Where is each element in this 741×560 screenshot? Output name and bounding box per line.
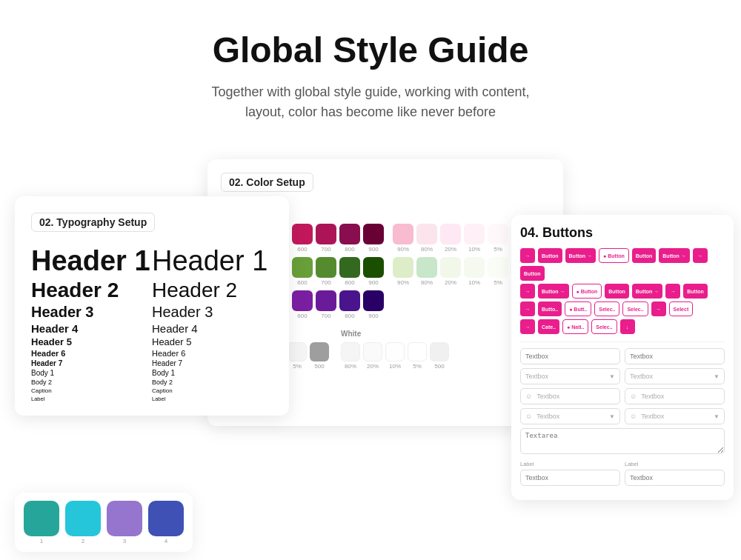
h6-left: Header 6: [31, 349, 152, 358]
swatch: [363, 257, 384, 278]
btn-pink-4[interactable]: Button →: [538, 284, 569, 299]
icon-textbox-2[interactable]: ☺ Textbox: [625, 388, 725, 404]
form-label-1: Label: [520, 461, 620, 467]
btn-select-outline-4[interactable]: Selec..: [591, 319, 617, 334]
icon-textbox-1[interactable]: ☺ Textbox: [520, 388, 620, 404]
select-1[interactable]: Textbox ▼: [520, 368, 620, 384]
swatch: [385, 342, 405, 361]
swatch-col: 90%: [393, 224, 413, 253]
swatch-col: 700: [316, 224, 336, 253]
swatch: [292, 257, 313, 278]
primary-light-swatches: 90% 80% 20% 10% 5%: [393, 224, 508, 253]
btn-pink-2[interactable]: Button: [632, 248, 657, 263]
swatch-col: 5%: [408, 342, 427, 370]
btn-select-outline-1[interactable]: Selec..: [594, 301, 619, 316]
arrow-btn[interactable]: →: [520, 248, 535, 263]
swatch-col: 900: [363, 290, 384, 319]
swatch-col: 10%: [464, 224, 485, 253]
btn-select-outline-2[interactable]: Selec..: [622, 301, 648, 316]
swatch-col: 600: [292, 290, 313, 319]
label-right: Label: [152, 396, 273, 402]
btn-outline-2[interactable]: ● Button: [572, 284, 602, 299]
buttons-card-title: 04. Buttons: [520, 225, 725, 241]
btn-outline-3[interactable]: ● Butt..: [565, 301, 591, 316]
swatch: [488, 257, 508, 278]
swatch: [416, 257, 437, 278]
typo-row-caption: Caption Caption: [31, 387, 273, 394]
btn-row-3: → Butto.. ● Butt.. Selec.. Selec.. → Sel…: [520, 301, 725, 316]
arrow-btn-8[interactable]: ↓: [620, 319, 635, 334]
purple-swatch: [107, 501, 142, 536]
page-header: Global Style Guide Together with global …: [0, 0, 741, 137]
btn-pink-7[interactable]: Button: [683, 284, 708, 299]
typo-row-b1: Body 1 Body 1: [31, 369, 273, 377]
swatch: [339, 257, 360, 278]
label-left: Label: [31, 396, 152, 402]
btn-select-1[interactable]: Butto..: [538, 301, 562, 316]
select-2[interactable]: Textbox ▼: [625, 368, 725, 384]
color-card-label: 02. Color Setup: [221, 173, 313, 192]
btn-pink-3[interactable]: Button: [520, 266, 545, 281]
white-swatches: 80% 20% 10% 5% 500: [341, 342, 449, 370]
arrow-btn-2[interactable]: →: [693, 248, 708, 263]
h4-left: Header 4: [31, 322, 152, 335]
arrow-btn-3[interactable]: →: [520, 284, 535, 299]
swatch-col-blue: 4: [148, 501, 184, 544]
icon-select-2[interactable]: ☺ Textbox ▼: [625, 408, 725, 424]
swatch: [416, 224, 437, 244]
form-section: Textbox ▼ Textbox ▼ ☺ Textbox ☺ Textbox: [520, 341, 725, 486]
page-subtitle: Together with global style guide, workin…: [15, 82, 726, 122]
swatch: [341, 342, 360, 361]
swatch-col: 80%: [416, 224, 437, 253]
swatch-col: 80%: [341, 342, 360, 370]
arrow-btn-6[interactable]: →: [651, 301, 666, 316]
swatch: [430, 342, 449, 361]
arrow-btn-4[interactable]: →: [665, 284, 680, 299]
swatch: [440, 224, 461, 244]
cards-area: 02. Typography Setup Header 1 Header 1 H…: [0, 152, 741, 552]
swatch-col: 20%: [363, 342, 382, 370]
swatch: [363, 224, 384, 244]
swatch: [488, 224, 508, 244]
swatch: [310, 342, 329, 361]
b1-left: Body 1: [31, 369, 152, 377]
btn-arrow-1[interactable]: Button →: [565, 248, 597, 263]
arrow-btn-7[interactable]: →: [520, 319, 535, 334]
form-row-1: [520, 348, 725, 364]
btn-native-1[interactable]: ● Nati..: [562, 319, 588, 334]
white-section: White 80% 20% 10% 5% 500: [341, 324, 449, 370]
swatch-col: 900: [363, 257, 384, 286]
textbox-2[interactable]: [625, 348, 725, 364]
textbox-4[interactable]: [625, 470, 725, 486]
arrow-btn-5[interactable]: →: [520, 301, 535, 316]
swatch: [363, 290, 384, 311]
btn-pink-5[interactable]: Button: [605, 284, 629, 299]
textbox-3[interactable]: [520, 470, 620, 486]
swatch: [316, 290, 336, 311]
form-label-2: Label: [625, 461, 725, 467]
swatch-col: 700: [316, 257, 336, 286]
textbox-1[interactable]: [520, 348, 620, 364]
textarea-1[interactable]: [520, 428, 725, 454]
h2-left: Header 2: [31, 279, 152, 302]
typo-row-h6: Header 6 Header 6: [31, 349, 273, 358]
swatch-col-cyan: 2: [65, 501, 101, 544]
typo-row-h7: Header 7 Header 7: [31, 359, 273, 367]
swatch-col: 500: [430, 342, 449, 370]
typo-row-b2: Body 2 Body 2: [31, 379, 273, 386]
icon-select-1[interactable]: ☺ Textbox ▼: [520, 408, 620, 424]
typo-row-h4: Header 4 Header 4: [31, 322, 273, 335]
btn-pink-6[interactable]: Button →: [632, 284, 663, 299]
swatch-col: 20%: [440, 257, 461, 286]
btn-category-1[interactable]: Cate..: [538, 319, 559, 334]
swatch: [316, 257, 336, 278]
btn-pink-1[interactable]: Button: [538, 248, 562, 263]
btn-select-outline-3[interactable]: Select: [669, 301, 694, 316]
h5-right: Header 5: [152, 336, 273, 347]
swatch-col: 700: [316, 290, 336, 319]
swatch-col: 600: [292, 224, 313, 253]
b1-right: Body 1: [152, 369, 273, 377]
btn-outline-1[interactable]: ● Button: [599, 248, 629, 263]
btn-arrow-2[interactable]: Button →: [659, 248, 690, 263]
typography-card-label: 02. Typography Setup: [31, 213, 155, 232]
